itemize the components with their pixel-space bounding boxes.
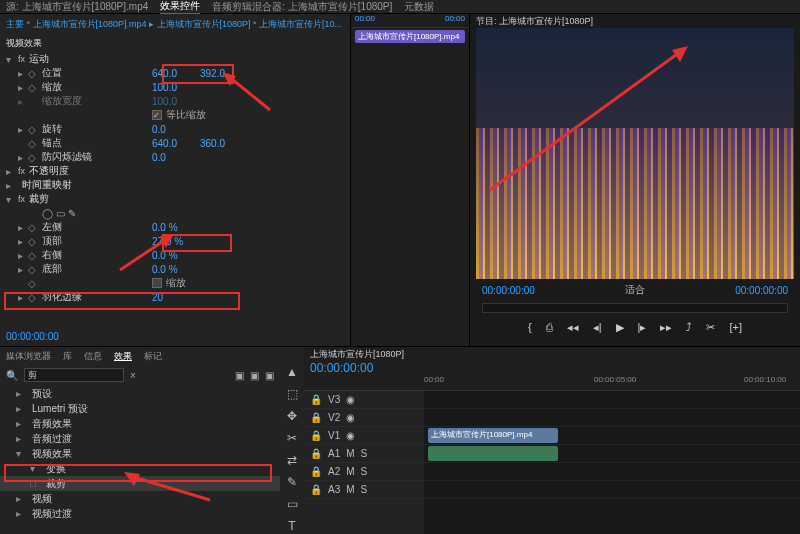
tab-media-browser[interactable]: 媒体浏览器 — [6, 350, 51, 363]
extract-icon[interactable]: ✂ — [706, 321, 715, 334]
lane-v2[interactable] — [424, 409, 800, 427]
timeline-clip-audio[interactable] — [428, 446, 558, 461]
position-x[interactable]: 640.0 — [152, 68, 188, 79]
ellipse-mask-icon[interactable]: ◯ — [42, 208, 53, 219]
lock-icon[interactable]: 🔒 — [310, 430, 322, 441]
solo-icon[interactable]: S — [361, 448, 368, 459]
rect-mask-icon[interactable]: ▭ — [56, 208, 65, 219]
lane-v1[interactable]: 上海城市宣传片[1080P].mp4 — [424, 427, 800, 445]
effect-controls-timeline[interactable]: 00:00 00:00 上海城市宣传片[1080P].mp4 — [350, 14, 470, 346]
solo-icon[interactable]: S — [361, 484, 368, 495]
track-head-v2[interactable]: 🔒V2◉ — [304, 409, 424, 427]
program-scrubber[interactable] — [482, 303, 788, 313]
prop-anchor[interactable]: ◇ 锚点 640.0 360.0 — [0, 136, 350, 150]
lane-a3[interactable] — [424, 481, 800, 499]
eye-icon[interactable]: ◉ — [346, 430, 355, 441]
pen-mask-icon[interactable]: ✎ — [68, 208, 76, 219]
solo-icon[interactable]: S — [361, 466, 368, 477]
fx-tree-item[interactable]: ▸视频 — [0, 491, 280, 506]
hand-tool-icon[interactable]: ▭ — [287, 497, 298, 511]
mute-icon[interactable]: M — [346, 466, 354, 477]
ripple-tool-icon[interactable]: ✥ — [287, 409, 297, 423]
group-motion[interactable]: ▾ fx 运动 — [0, 52, 350, 66]
group-opacity[interactable]: ▸fx 不透明度 — [0, 164, 350, 178]
track-head-a3[interactable]: 🔒A3MS — [304, 481, 424, 499]
eye-icon[interactable]: ◉ — [346, 412, 355, 423]
tab-markers[interactable]: 标记 — [144, 350, 162, 363]
mark-out-icon[interactable]: ⎙ — [546, 321, 553, 334]
tab-source[interactable]: 源: 上海城市宣传片[1080P].mp4 — [6, 0, 148, 14]
program-tc-left[interactable]: 00:00:00:00 — [482, 285, 535, 296]
pen-tool-icon[interactable]: ✎ — [287, 475, 297, 489]
tab-metadata[interactable]: 元数据 — [404, 0, 434, 14]
lane-a1[interactable] — [424, 445, 800, 463]
lane-a2[interactable] — [424, 463, 800, 481]
lock-icon[interactable]: 🔒 — [310, 412, 322, 423]
search-clear-icon[interactable]: × — [130, 370, 136, 381]
tab-audio-mixer[interactable]: 音频剪辑混合器: 上海城市宣传片[1080P] — [212, 0, 392, 14]
razor-tool-icon[interactable]: ✂ — [287, 431, 297, 445]
tab-effects[interactable]: 效果 — [114, 350, 132, 363]
lock-icon[interactable]: 🔒 — [310, 484, 322, 495]
frame-forward-icon[interactable]: |▸ — [638, 321, 647, 334]
prop-crop-right[interactable]: ▸◇ 右侧 0.0 % — [0, 248, 350, 262]
lane-v3[interactable] — [424, 391, 800, 409]
step-back-icon[interactable]: ◂◂ — [567, 321, 579, 334]
timeline-timecode[interactable]: 00:00:00:00 — [304, 361, 800, 375]
tab-info[interactable]: 信息 — [84, 350, 102, 363]
prop-position[interactable]: ▸◇ 位置 640.0 392.0 — [0, 66, 350, 80]
lock-icon[interactable]: 🔒 — [310, 466, 322, 477]
export-frame-icon[interactable]: [+] — [729, 321, 742, 334]
prop-uniform-scale[interactable]: 等比缩放 — [0, 108, 350, 122]
track-area[interactable]: 上海城市宣传片[1080P].mp4 — [424, 391, 800, 534]
track-head-a2[interactable]: 🔒A2MS — [304, 463, 424, 481]
mute-icon[interactable]: M — [346, 484, 354, 495]
mark-in-icon[interactable]: { — [528, 321, 532, 334]
fx-badge-32-icon[interactable]: ▣ — [235, 370, 244, 381]
track-head-v1[interactable]: 🔒V1◉ — [304, 427, 424, 445]
mute-icon[interactable]: M — [346, 448, 354, 459]
keyframe-icon[interactable]: ◇ — [28, 68, 38, 79]
fx-tree-item[interactable]: ▾视频效果 — [0, 446, 280, 461]
timeline-clip-video[interactable]: 上海城市宣传片[1080P].mp4 — [428, 428, 558, 443]
prop-feather-edge[interactable]: ▸◇ 羽化边缘 20 — [0, 290, 350, 304]
slip-tool-icon[interactable]: ⇄ — [287, 453, 297, 467]
prop-crop-bottom[interactable]: ▸◇ 底部 0.0 % — [0, 262, 350, 276]
fx-tree-item[interactable]: ▸视频过渡 — [0, 506, 280, 521]
zoom-fit[interactable]: 适合 — [625, 283, 645, 297]
track-head-a1[interactable]: 🔒A1MS — [304, 445, 424, 463]
checkbox-icon[interactable] — [152, 278, 162, 288]
group-crop[interactable]: ▾fx 裁剪 — [0, 192, 350, 206]
selection-tool-icon[interactable]: ▲ — [286, 365, 298, 379]
prop-scale-width[interactable]: ▸ 缩放宽度 100.0 — [0, 94, 350, 108]
fx-badge-accel-icon[interactable]: ▣ — [250, 370, 259, 381]
lift-icon[interactable]: ⤴ — [686, 321, 692, 334]
fx-badge-yuv-icon[interactable]: ▣ — [265, 370, 274, 381]
timeline-ruler[interactable]: 00:00 00:00:05:00 00:00:10:00 00:00:15:0… — [304, 375, 800, 391]
twirl-icon[interactable]: ▸ — [18, 68, 24, 79]
group-time-remap[interactable]: ▸ 时间重映射 — [0, 178, 350, 192]
lock-icon[interactable]: 🔒 — [310, 394, 322, 405]
sequence-title[interactable]: 上海城市宣传片[1080P] — [304, 347, 800, 361]
track-head-v3[interactable]: 🔒V3◉ — [304, 391, 424, 409]
effect-controls-tc[interactable]: 00:00:00:00 — [6, 331, 59, 342]
prop-rotation[interactable]: ▸◇ 旋转 0.0 — [0, 122, 350, 136]
eye-icon[interactable]: ◉ — [346, 394, 355, 405]
fx-tree-item[interactable]: ▾变换 — [0, 461, 280, 476]
lock-icon[interactable]: 🔒 — [310, 448, 322, 459]
mini-clip[interactable]: 上海城市宣传片[1080P].mp4 — [355, 30, 465, 43]
fx-tree-item[interactable]: ▸预设 — [0, 386, 280, 401]
prop-antiflicker[interactable]: ▸◇ 防闪烁滤镜 0.0 — [0, 150, 350, 164]
prop-crop-left[interactable]: ▸◇ 左侧 0.0 % — [0, 220, 350, 234]
twirl-icon[interactable]: ▾ — [6, 54, 14, 65]
frame-back-icon[interactable]: ◂| — [593, 321, 602, 334]
checkbox-icon[interactable] — [152, 110, 162, 120]
fx-tree-item[interactable]: ▸音频效果 — [0, 416, 280, 431]
fx-tree-item[interactable]: □裁剪 — [0, 476, 280, 491]
prop-scale[interactable]: ▸◇ 缩放 100.0 — [0, 80, 350, 94]
prop-crop-zoom[interactable]: ◇ 缩放 — [0, 276, 350, 290]
crop-mask-shapes[interactable]: ◯ ▭ ✎ — [0, 206, 350, 220]
play-icon[interactable]: ▶ — [616, 321, 624, 334]
position-y[interactable]: 392.0 — [200, 68, 236, 79]
program-monitor[interactable] — [476, 28, 794, 279]
